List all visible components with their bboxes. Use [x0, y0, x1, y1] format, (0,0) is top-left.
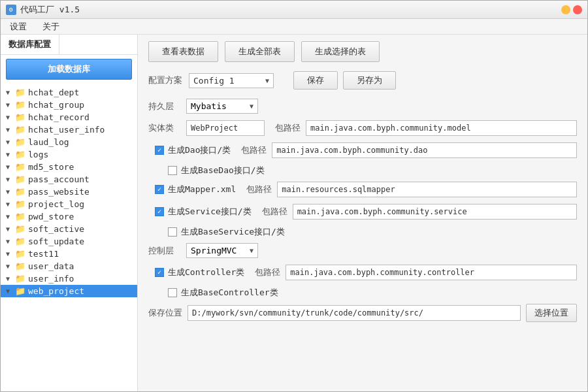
gen-base-dao-label: 生成BaseDao接口/类	[181, 165, 265, 176]
gen-base-controller-row: 生成BaseController类	[168, 287, 577, 299]
folder-icon: 📁	[15, 261, 25, 271]
folder-icon: 📁	[15, 187, 25, 197]
tree-item-soft_active[interactable]: ▼ 📁 soft_active	[1, 223, 137, 235]
tree-item-md5_store[interactable]: ▼ 📁 md5_store	[1, 161, 137, 173]
config-row: 配置方案 Config 1 ▼ 保存 另存为	[148, 71, 577, 90]
tree-item-hchat_dept[interactable]: ▼ 📁 hchat_dept	[1, 86, 137, 99]
folder-icon: 📁	[15, 174, 25, 184]
gen-selected-button[interactable]: 生成选择的表	[301, 41, 380, 62]
view-data-button[interactable]: 查看表数据	[148, 41, 218, 62]
tree-item-laud_log[interactable]: ▼ 📁 laud_log	[1, 136, 137, 148]
tree-item-label: hchat_user_info	[28, 125, 105, 135]
close-button[interactable]	[573, 5, 582, 14]
save-button[interactable]: 保存	[293, 71, 338, 90]
entity-label: 实体类	[148, 122, 181, 134]
tree-item-pwd_store[interactable]: ▼ 📁 pwd_store	[1, 210, 137, 223]
save-location-input[interactable]	[188, 305, 521, 321]
db-tree: ▼ 📁 hchat_dept ▼ 📁 hchat_group ▼ 📁 hchat…	[1, 84, 137, 391]
menu-about[interactable]: 关于	[39, 20, 63, 34]
tree-arrow: ▼	[6, 139, 14, 146]
config-select[interactable]: Config 1 ▼	[189, 73, 274, 88]
tree-arrow: ▼	[6, 188, 14, 195]
app-icon: ⚙	[6, 5, 16, 15]
gen-dao-label: 生成Dao接口/类	[168, 144, 231, 156]
main-window: ⚙ 代码工厂 v1.5 设置 关于 数据库配置 加载数据库 ▼ 📁 hchat_…	[0, 0, 588, 392]
save-as-button[interactable]: 另存为	[343, 71, 396, 90]
gen-controller-checkbox[interactable]	[155, 268, 164, 277]
tree-arrow: ▼	[6, 238, 14, 245]
tree-item-label: pass_account	[28, 174, 90, 184]
tree-item-label: soft_update	[28, 237, 84, 246]
tree-item-hchat_record[interactable]: ▼ 📁 hchat_record	[1, 111, 137, 123]
minimize-button[interactable]	[561, 5, 570, 14]
controller-select[interactable]: SpringMVC ▼	[186, 243, 258, 258]
tree-item-project_log[interactable]: ▼ 📁 project_log	[1, 198, 137, 210]
entity-row: 实体类 包路径	[148, 120, 577, 136]
folder-icon: 📁	[15, 249, 25, 259]
gen-mapper-row: 生成Mapper.xml 包路径	[148, 182, 577, 197]
controller-label: 控制层	[148, 245, 181, 257]
window-title: 代码工厂 v1.5	[20, 4, 80, 16]
menu-settings[interactable]: 设置	[6, 20, 31, 34]
choose-location-button[interactable]: 选择位置	[526, 304, 577, 322]
tree-arrow: ▼	[6, 250, 14, 257]
tree-item-label: pwd_store	[28, 212, 74, 221]
tree-item-web_project[interactable]: ▼ 📁 web_project	[1, 285, 137, 297]
gen-mapper-checkbox[interactable]	[155, 185, 164, 194]
gen-service-label: 生成Service接口/类	[168, 206, 252, 218]
folder-icon: 📁	[15, 286, 25, 296]
service-path-input[interactable]	[293, 204, 577, 220]
mapper-path-label: 包路径	[246, 184, 272, 195]
gen-base-dao-checkbox[interactable]	[168, 166, 177, 175]
folder-icon: 📁	[15, 162, 25, 172]
gen-base-controller-checkbox[interactable]	[168, 288, 177, 297]
service-path-label: 包路径	[262, 206, 287, 218]
tree-arrow: ▼	[6, 101, 14, 108]
title-bar-left: ⚙ 代码工厂 v1.5	[6, 4, 80, 16]
tree-item-user_data[interactable]: ▼ 📁 user_data	[1, 260, 137, 272]
controller-row: 控制层 SpringMVC ▼	[148, 243, 577, 258]
tree-arrow: ▼	[6, 275, 14, 282]
entity-path-input[interactable]	[306, 120, 577, 136]
tree-item-label: test11	[28, 249, 59, 259]
controller-value: SpringMVC	[191, 246, 237, 255]
gen-base-service-checkbox[interactable]	[168, 227, 177, 237]
tree-item-label: md5_store	[28, 162, 74, 172]
tree-arrow: ▼	[6, 225, 14, 233]
folder-icon: 📁	[15, 150, 25, 159]
tree-item-label: web_project	[28, 286, 84, 296]
tree-arrow: ▼	[6, 201, 14, 208]
tree-item-pass_account[interactable]: ▼ 📁 pass_account	[1, 173, 137, 186]
entity-input[interactable]	[186, 120, 265, 136]
tree-item-label: logs	[28, 150, 48, 159]
window-controls	[561, 5, 582, 14]
tree-item-hchat_group[interactable]: ▼ 📁 hchat_group	[1, 99, 137, 111]
tab-db-config[interactable]: 数据库配置	[1, 35, 59, 54]
mapper-path-input[interactable]	[277, 182, 577, 197]
gen-service-checkbox[interactable]	[155, 207, 164, 216]
tree-item-pass_website[interactable]: ▼ 📁 pass_website	[1, 186, 137, 198]
persistence-select[interactable]: Mybatis ▼	[186, 99, 258, 114]
tree-item-hchat_user_info[interactable]: ▼ 📁 hchat_user_info	[1, 123, 137, 136]
gen-dao-row: 生成Dao接口/类 包路径	[148, 142, 577, 158]
tree-item-test11[interactable]: ▼ 📁 test11	[1, 248, 137, 260]
tree-item-label: project_log	[28, 199, 84, 209]
load-db-button[interactable]: 加载数据库	[6, 59, 132, 80]
gen-dao-checkbox[interactable]	[155, 146, 164, 155]
folder-icon: 📁	[15, 274, 25, 284]
folder-icon: 📁	[15, 125, 25, 135]
gen-controller-row: 生成Controller类 包路径	[148, 265, 577, 280]
folder-icon: 📁	[15, 199, 25, 209]
tree-item-logs[interactable]: ▼ 📁 logs	[1, 148, 137, 161]
tree-item-soft_update[interactable]: ▼ 📁 soft_update	[1, 235, 137, 248]
persistence-value: Mybatis	[191, 101, 227, 111]
chevron-down-icon: ▼	[250, 247, 253, 254]
persistence-row: 持久层 Mybatis ▼	[148, 99, 577, 114]
tree-arrow: ▼	[6, 213, 14, 220]
tree-item-user_info[interactable]: ▼ 📁 user_info	[1, 272, 137, 285]
folder-icon: 📁	[15, 100, 25, 110]
dao-path-input[interactable]	[272, 142, 577, 158]
controller-path-input[interactable]	[286, 265, 577, 280]
gen-all-button[interactable]: 生成全部表	[225, 41, 295, 62]
gen-controller-checkbox-group: 生成Controller类	[155, 267, 244, 278]
